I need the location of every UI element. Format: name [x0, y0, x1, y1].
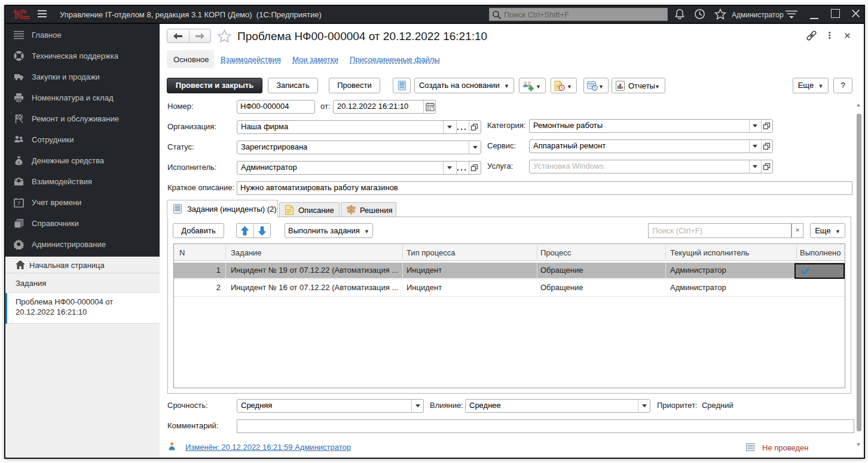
svg-text:s: s — [18, 160, 20, 165]
svg-text:7: 7 — [17, 200, 20, 206]
